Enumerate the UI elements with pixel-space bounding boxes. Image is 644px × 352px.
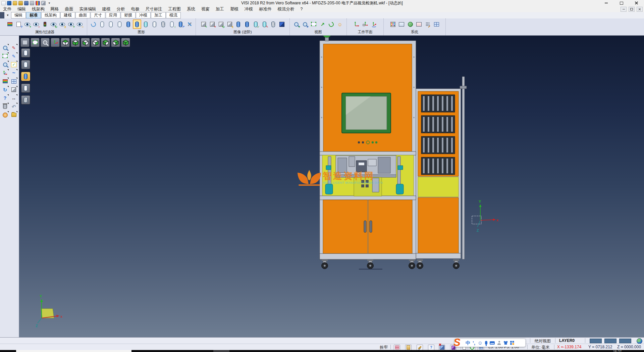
save-icon[interactable] — [24, 1, 29, 5]
menu-standard-parts[interactable]: 标准件 — [256, 6, 275, 12]
view-back-cube-icon[interactable] — [91, 38, 100, 47]
menu-wireframe[interactable]: 线架构 — [29, 6, 48, 12]
confirm-check-icon[interactable]: ✓ — [10, 60, 18, 69]
image-state-icon[interactable] — [208, 19, 216, 29]
dynamic-zoom-icon[interactable] — [1, 44, 9, 52]
graphics-settings-icon[interactable] — [185, 19, 194, 29]
app-logo-icon[interactable] — [7, 1, 11, 5]
menu-file[interactable]: 文件 — [0, 6, 14, 12]
zoom-window-icon[interactable] — [1, 52, 9, 60]
workplane-standard-icon[interactable] — [352, 19, 361, 29]
tab-modeling[interactable]: 建模 — [60, 12, 75, 18]
tab-dropdown-icon[interactable]: ▼ — [4, 14, 11, 17]
active-layer-label[interactable]: LAYER0 — [559, 338, 575, 343]
view-bottom-cube-icon[interactable] — [71, 38, 80, 47]
undo-icon[interactable]: ↶ — [10, 102, 18, 111]
show-all-icon[interactable] — [67, 19, 75, 29]
view-refresh-icon[interactable] — [327, 19, 335, 29]
cylinder-hidden-icon[interactable] — [107, 19, 115, 29]
solid-export-icon[interactable] — [176, 19, 185, 29]
context-help-icon[interactable]: ? — [428, 345, 434, 350]
punctuation-icon[interactable]: ’, — [473, 341, 475, 345]
view-iso-cube-icon[interactable] — [121, 38, 130, 47]
open-folder-icon[interactable] — [10, 111, 18, 119]
person-icon[interactable] — [497, 341, 501, 345]
show-toggle-icon[interactable] — [58, 19, 66, 29]
calculator-icon[interactable] — [415, 19, 423, 29]
language-icon[interactable]: 中 — [466, 341, 470, 345]
menu-edit[interactable]: 编辑 — [14, 6, 29, 12]
measure-icon[interactable]: ↔ — [10, 94, 18, 102]
tab-membrane[interactable]: 塑膜 — [121, 12, 136, 18]
menu-system[interactable]: 系统 — [184, 6, 198, 12]
menu-electrode[interactable]: 电极 — [128, 6, 143, 12]
delete-entity-icon[interactable] — [439, 345, 445, 350]
taskbar-button[interactable] — [213, 350, 229, 352]
zoom-solid-icon[interactable] — [301, 19, 309, 29]
menu-mold[interactable]: 塑模 — [227, 6, 241, 12]
flat-cylinder-icon[interactable] — [21, 84, 30, 93]
window-grid-icon[interactable] — [10, 77, 18, 85]
skin-icon[interactable] — [503, 341, 508, 345]
keyboard-icon[interactable] — [490, 341, 495, 345]
hide-all-icon[interactable] — [75, 19, 84, 29]
navigator-icon[interactable] — [1, 111, 9, 119]
cylinder-wireframe-icon[interactable] — [98, 19, 106, 29]
view-left-cube-icon[interactable] — [101, 38, 110, 47]
emoji-icon[interactable]: ☺ — [478, 340, 483, 345]
zoom-fit-icon[interactable] — [31, 38, 40, 47]
hide-remove-icon[interactable] — [32, 19, 40, 29]
taskbar-open-window[interactable] — [16, 350, 131, 352]
grid-settings-icon[interactable] — [432, 19, 441, 29]
cylinder-flat-icon[interactable] — [150, 19, 159, 29]
sketch-pen-icon[interactable]: ✎ — [10, 52, 18, 60]
shade-check-icon[interactable] — [252, 19, 260, 29]
cylinder-mesh-icon[interactable] — [159, 19, 167, 29]
color-palette-icon[interactable] — [389, 19, 397, 29]
cylinder-dashed-icon[interactable] — [115, 19, 124, 29]
display-settings-icon[interactable] — [397, 19, 406, 29]
view-front-cube-icon[interactable] — [81, 38, 90, 47]
chisel-icon[interactable] — [417, 345, 423, 350]
menu-flow-analysis[interactable]: 模流分析 — [275, 6, 298, 12]
document-stack-icon[interactable] — [18, 1, 23, 5]
hidden-line-cylinder-icon[interactable] — [21, 60, 30, 69]
cylinder-shaded-edges-icon[interactable] — [133, 19, 141, 29]
viewport-menu-icon[interactable] — [20, 38, 30, 47]
help-icon[interactable]: ? — [1, 94, 9, 102]
image-toggle-icon[interactable] — [225, 19, 234, 29]
show-add-icon[interactable] — [23, 19, 32, 29]
shaded-cylinder-icon[interactable] — [21, 72, 30, 81]
voice-icon[interactable] — [485, 341, 487, 345]
image-edit-icon[interactable] — [199, 19, 208, 29]
minimize-icon[interactable] — [599, 0, 614, 6]
menu-analysis[interactable]: 分析 — [114, 6, 128, 12]
tab-dimension[interactable]: 尺寸 — [91, 12, 105, 18]
color-swatch-2[interactable] — [604, 339, 616, 343]
tab-flow[interactable]: 模流 — [166, 12, 181, 18]
cylinder-shaded-icon[interactable] — [124, 19, 132, 29]
close-icon[interactable] — [629, 0, 644, 6]
tab-edit[interactable]: 编辑 — [11, 12, 26, 18]
system-tools-icon[interactable] — [406, 19, 415, 29]
render-smiley-icon[interactable]: ☺ — [336, 19, 344, 29]
wcs-icon[interactable] — [1, 69, 9, 77]
menu-modeling[interactable]: 建模 — [99, 6, 114, 12]
selection-lock-icon[interactable] — [394, 345, 400, 350]
shade-striped-icon[interactable] — [243, 19, 251, 29]
mesh-cylinder-icon[interactable] — [21, 95, 30, 104]
mask-icon[interactable] — [405, 345, 412, 350]
windows-taskbar[interactable]: 15:27 — [0, 350, 644, 352]
component-icon[interactable] — [41, 1, 46, 5]
viewport-3d-canvas[interactable]: 智造资料网 INTELLIGENT MANUFACTURING DATA Y X… — [19, 36, 644, 337]
globe-icon[interactable] — [637, 338, 642, 344]
menu-window[interactable]: 视窗 — [198, 6, 213, 12]
shade-wire-icon[interactable] — [269, 19, 277, 29]
tab-surface[interactable]: 曲面 — [75, 12, 90, 18]
wireframe-cylinder-icon[interactable] — [21, 48, 30, 57]
mdi-close-icon[interactable] — [637, 7, 643, 12]
mdi-restore-icon[interactable] — [629, 7, 635, 12]
menu-help[interactable]: ? — [298, 6, 306, 12]
show-refresh-icon[interactable] — [49, 19, 58, 29]
view-axis-icon[interactable] — [51, 38, 60, 47]
